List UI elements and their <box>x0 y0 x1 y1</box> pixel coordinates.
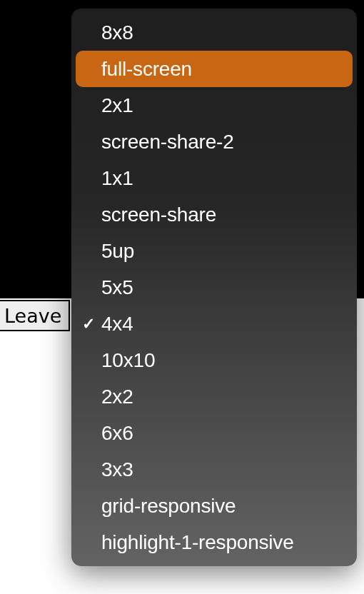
menu-item-5x5[interactable]: 5x5 <box>76 269 353 306</box>
checkmark-icon: ✓ <box>82 315 95 333</box>
menu-item-2x1[interactable]: 2x1 <box>76 87 353 124</box>
menu-item-grid-responsive[interactable]: grid-responsive <box>76 488 353 524</box>
menu-item-check-column: ✓ <box>76 315 101 333</box>
menu-item-label: 1x1 <box>101 167 133 190</box>
menu-item-label: 2x2 <box>101 386 133 408</box>
leave-button-label: Leave <box>4 305 61 327</box>
menu-item-screen-share[interactable]: screen-share <box>76 196 353 233</box>
menu-item-label: 4x4 <box>101 313 133 336</box>
menu-item-label: 5x5 <box>101 276 133 299</box>
menu-item-8x8[interactable]: 8x8 <box>76 14 353 51</box>
menu-item-10x10[interactable]: 10x10 <box>76 342 353 378</box>
menu-item-1x1[interactable]: 1x1 <box>76 160 353 196</box>
menu-item-label: 5up <box>101 240 134 263</box>
menu-item-label: screen-share-2 <box>101 131 234 153</box>
menu-item-4x4[interactable]: ✓4x4 <box>76 306 353 342</box>
menu-item-label: 2x1 <box>101 94 133 117</box>
menu-item-2x2[interactable]: 2x2 <box>76 378 353 415</box>
menu-item-label: full-screen <box>101 58 192 81</box>
menu-item-label: 6x6 <box>101 422 133 445</box>
menu-item-label: grid-responsive <box>101 495 236 518</box>
menu-item-screen-share-2[interactable]: screen-share-2 <box>76 124 353 160</box>
menu-item-3x3[interactable]: 3x3 <box>76 451 353 488</box>
menu-item-highlight-1-responsive[interactable]: highlight-1-responsive <box>76 524 353 560</box>
menu-item-6x6[interactable]: 6x6 <box>76 415 353 451</box>
menu-item-full-screen[interactable]: full-screen <box>76 51 353 87</box>
menu-item-label: screen-share <box>101 203 216 226</box>
menu-item-label: highlight-1-responsive <box>101 531 294 554</box>
menu-item-label: 3x3 <box>101 458 133 481</box>
menu-item-5up[interactable]: 5up <box>76 233 353 269</box>
layout-dropdown-menu: 8x8full-screen2x1screen-share-21x1screen… <box>71 9 357 566</box>
leave-button[interactable]: Leave <box>0 300 70 331</box>
menu-item-label: 8x8 <box>101 21 133 44</box>
menu-item-label: 10x10 <box>101 349 155 372</box>
